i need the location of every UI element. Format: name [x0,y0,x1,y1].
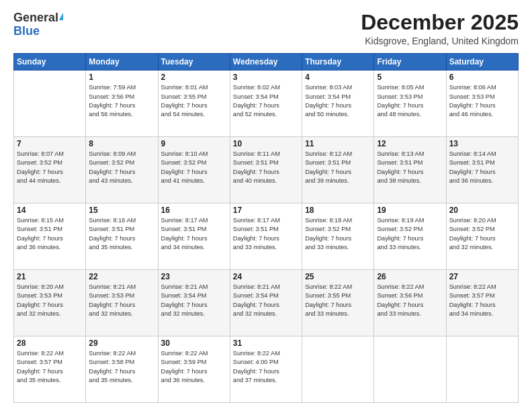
day-info: Sunrise: 8:22 AM Sunset: 3:59 PM Dayligh… [161,349,227,385]
day-number: 6 [449,73,515,82]
day-info: Sunrise: 8:02 AM Sunset: 3:54 PM Dayligh… [233,83,299,119]
day-number: 28 [17,338,83,348]
day-info: Sunrise: 8:16 AM Sunset: 3:51 PM Dayligh… [89,216,154,252]
day-number: 13 [449,139,515,148]
day-number: 16 [161,205,227,215]
table-row: 7Sunrise: 8:07 AM Sunset: 3:52 PM Daylig… [14,137,86,203]
day-info: Sunrise: 8:21 AM Sunset: 3:54 PM Dayligh… [233,283,299,318]
day-number: 18 [305,205,371,215]
day-info: Sunrise: 8:10 AM Sunset: 3:52 PM Dayligh… [161,150,227,185]
day-info: Sunrise: 8:17 AM Sunset: 3:51 PM Dayligh… [233,216,299,252]
col-wednesday: Wednesday [230,54,302,71]
table-row [374,336,446,403]
day-info: Sunrise: 8:05 AM Sunset: 3:53 PM Dayligh… [377,83,443,119]
day-number: 17 [233,205,299,215]
day-number: 25 [305,272,371,281]
day-info: Sunrise: 8:22 AM Sunset: 3:57 PM Dayligh… [17,349,83,385]
table-row: 27Sunrise: 8:22 AM Sunset: 3:57 PM Dayli… [446,270,518,336]
col-thursday: Thursday [302,54,374,71]
day-info: Sunrise: 8:22 AM Sunset: 3:58 PM Dayligh… [89,349,154,385]
table-row: 8Sunrise: 8:09 AM Sunset: 3:52 PM Daylig… [86,137,158,203]
col-monday: Monday [86,54,158,71]
table-row: 20Sunrise: 8:20 AM Sunset: 3:52 PM Dayli… [446,203,518,270]
day-info: Sunrise: 8:12 AM Sunset: 3:51 PM Dayligh… [305,150,371,185]
day-info: Sunrise: 8:18 AM Sunset: 3:52 PM Dayligh… [305,216,371,252]
day-number: 12 [377,139,443,148]
day-number: 23 [161,272,227,281]
day-info: Sunrise: 8:21 AM Sunset: 3:54 PM Dayligh… [161,283,227,318]
table-row: 31Sunrise: 8:22 AM Sunset: 4:00 PM Dayli… [230,336,302,403]
day-info: Sunrise: 8:20 AM Sunset: 3:52 PM Dayligh… [449,216,515,252]
day-info: Sunrise: 8:22 AM Sunset: 3:57 PM Dayligh… [449,283,515,318]
day-info: Sunrise: 8:22 AM Sunset: 4:00 PM Dayligh… [233,349,299,385]
logo-general: General [13,11,58,25]
day-number: 22 [89,272,154,281]
day-number: 14 [17,205,83,215]
day-info: Sunrise: 8:03 AM Sunset: 3:54 PM Dayligh… [305,83,371,119]
day-number: 29 [89,338,154,348]
day-info: Sunrise: 8:17 AM Sunset: 3:51 PM Dayligh… [161,216,227,252]
day-info: Sunrise: 7:59 AM Sunset: 3:56 PM Dayligh… [89,83,154,119]
day-info: Sunrise: 8:22 AM Sunset: 3:56 PM Dayligh… [377,283,443,318]
day-number: 9 [161,139,227,148]
col-friday: Friday [374,54,446,71]
table-row [302,336,374,403]
day-number: 11 [305,139,371,148]
day-number: 20 [449,205,515,215]
table-row: 16Sunrise: 8:17 AM Sunset: 3:51 PM Dayli… [158,203,230,270]
calendar-week-row: 21Sunrise: 8:20 AM Sunset: 3:53 PM Dayli… [14,270,519,336]
day-number: 19 [377,205,443,215]
table-row: 3Sunrise: 8:02 AM Sunset: 3:54 PM Daylig… [230,71,302,137]
month-title: December 2025 [361,11,519,34]
calendar-week-row: 1Sunrise: 7:59 AM Sunset: 3:56 PM Daylig… [14,71,519,137]
table-row: 26Sunrise: 8:22 AM Sunset: 3:56 PM Dayli… [374,270,446,336]
table-row: 14Sunrise: 8:15 AM Sunset: 3:51 PM Dayli… [14,203,86,270]
day-info: Sunrise: 8:13 AM Sunset: 3:51 PM Dayligh… [377,150,443,185]
day-number: 15 [89,205,154,215]
table-row: 28Sunrise: 8:22 AM Sunset: 3:57 PM Dayli… [14,336,86,403]
table-row: 29Sunrise: 8:22 AM Sunset: 3:58 PM Dayli… [86,336,158,403]
table-row: 24Sunrise: 8:21 AM Sunset: 3:54 PM Dayli… [230,270,302,336]
day-info: Sunrise: 8:20 AM Sunset: 3:53 PM Dayligh… [17,283,83,318]
day-number: 24 [233,272,299,281]
table-row: 19Sunrise: 8:19 AM Sunset: 3:52 PM Dayli… [374,203,446,270]
col-tuesday: Tuesday [158,54,230,71]
calendar-table: Sunday Monday Tuesday Wednesday Thursday… [13,53,519,403]
table-row [14,71,86,137]
day-number: 2 [161,73,227,82]
day-number: 30 [161,338,227,348]
table-row: 11Sunrise: 8:12 AM Sunset: 3:51 PM Dayli… [302,137,374,203]
day-number: 7 [17,139,83,148]
day-number: 26 [377,272,443,281]
header: General Blue December 2025 Kidsgrove, En… [13,11,519,46]
day-number: 31 [233,338,299,348]
day-info: Sunrise: 8:09 AM Sunset: 3:52 PM Dayligh… [89,150,154,185]
calendar-week-row: 14Sunrise: 8:15 AM Sunset: 3:51 PM Dayli… [14,203,519,270]
title-section: December 2025 Kidsgrove, England, United… [361,11,519,46]
day-info: Sunrise: 8:07 AM Sunset: 3:52 PM Dayligh… [17,150,83,185]
table-row [446,336,518,403]
day-number: 1 [89,73,154,82]
day-info: Sunrise: 8:01 AM Sunset: 3:55 PM Dayligh… [161,83,227,119]
table-row: 22Sunrise: 8:21 AM Sunset: 3:53 PM Dayli… [86,270,158,336]
table-row: 25Sunrise: 8:22 AM Sunset: 3:55 PM Dayli… [302,270,374,336]
page: General Blue December 2025 Kidsgrove, En… [0,0,532,411]
col-saturday: Saturday [446,54,518,71]
day-number: 5 [377,73,443,82]
day-info: Sunrise: 8:11 AM Sunset: 3:51 PM Dayligh… [233,150,299,185]
table-row: 12Sunrise: 8:13 AM Sunset: 3:51 PM Dayli… [374,137,446,203]
table-row: 15Sunrise: 8:16 AM Sunset: 3:51 PM Dayli… [86,203,158,270]
table-row: 23Sunrise: 8:21 AM Sunset: 3:54 PM Dayli… [158,270,230,336]
day-info: Sunrise: 8:22 AM Sunset: 3:55 PM Dayligh… [305,283,371,318]
table-row: 18Sunrise: 8:18 AM Sunset: 3:52 PM Dayli… [302,203,374,270]
logo-triangle-icon [59,13,63,20]
day-number: 27 [449,272,515,281]
table-row: 4Sunrise: 8:03 AM Sunset: 3:54 PM Daylig… [302,71,374,137]
calendar-week-row: 28Sunrise: 8:22 AM Sunset: 3:57 PM Dayli… [14,336,519,403]
day-number: 4 [305,73,371,82]
col-sunday: Sunday [14,54,86,71]
table-row: 21Sunrise: 8:20 AM Sunset: 3:53 PM Dayli… [14,270,86,336]
day-info: Sunrise: 8:15 AM Sunset: 3:51 PM Dayligh… [17,216,83,252]
table-row: 6Sunrise: 8:06 AM Sunset: 3:53 PM Daylig… [446,71,518,137]
table-row: 9Sunrise: 8:10 AM Sunset: 3:52 PM Daylig… [158,137,230,203]
